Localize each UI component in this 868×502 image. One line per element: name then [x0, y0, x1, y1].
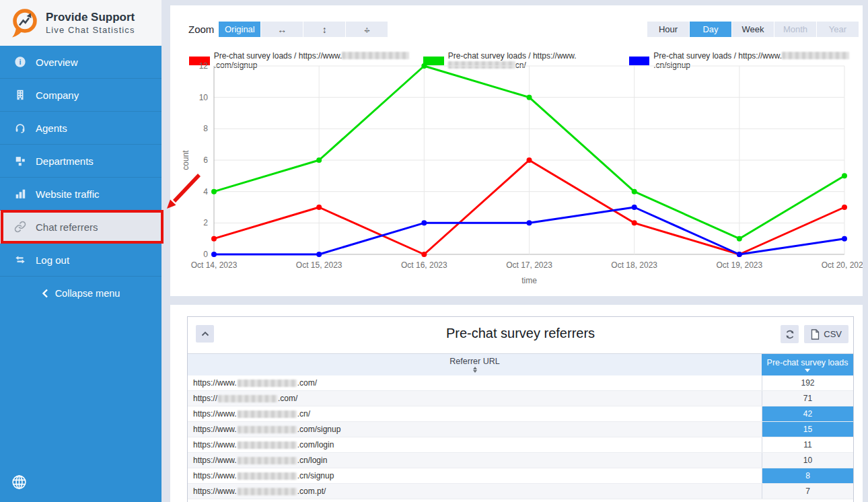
svg-text:Oct 18, 2023: Oct 18, 2023: [611, 260, 657, 270]
logo-subtitle: Live Chat Statistics: [46, 25, 135, 35]
table-row: https://www..com/192: [188, 375, 853, 391]
main-content: Zoom Original↔↕↔↕ HourDayWeekMonthYear P…: [161, 0, 868, 502]
redacted-text: [238, 426, 297, 433]
sidebar-item-label: Company: [36, 89, 79, 101]
table-header-row: Referrer URL Pre-chat survey loads: [188, 353, 853, 375]
sidebar-item-website-traffic[interactable]: Website traffic: [0, 178, 161, 211]
table-row: https://.com/71: [188, 391, 853, 406]
column-header-referrer-url[interactable]: Referrer URL: [188, 354, 762, 375]
svg-text:Oct 20, 2023: Oct 20, 2023: [822, 260, 863, 270]
sort-icon: [473, 367, 477, 373]
logout-icon: [13, 253, 27, 266]
line-chart[interactable]: 024681012Oct 14, 2023Oct 15, 2023Oct 16,…: [170, 5, 863, 296]
svg-text:Oct 14, 2023: Oct 14, 2023: [191, 260, 238, 270]
csv-label: CSV: [824, 329, 842, 339]
svg-text:i: i: [20, 58, 22, 66]
sidebar-item-label: Overview: [36, 57, 78, 68]
svg-text:10: 10: [199, 93, 209, 102]
chart-panel: Zoom Original↔↕↔↕ HourDayWeekMonthYear P…: [170, 5, 863, 296]
app-root: Provide Support Live Chat Statistics iOv…: [0, 0, 868, 502]
referrer-url-cell: https://www..com/signup: [188, 422, 762, 437]
sort-desc-icon: [805, 369, 810, 372]
sidebar-item-label: Website traffic: [36, 188, 99, 200]
redacted-text: [238, 380, 297, 387]
link-icon: [13, 220, 27, 234]
collapse-menu-label: Collapse menu: [55, 288, 120, 299]
table-row: https://www..cn/signup8: [188, 468, 853, 484]
table-row: https://www..com/login11: [188, 437, 853, 453]
svg-text:4: 4: [203, 187, 208, 196]
redacted-text: [238, 410, 297, 418]
table-title: Pre-chat survey referrers: [188, 326, 853, 341]
logo-text: Provide Support Live Chat Statistics: [46, 11, 135, 35]
referrers-card: Pre-chat survey referrers: [187, 316, 854, 502]
referrer-url-cell: https://www..com/login: [188, 437, 762, 452]
sidebar-item-label: Log out: [36, 254, 69, 266]
sidebar-item-company[interactable]: Company: [0, 79, 161, 112]
survey-loads-cell: 15: [762, 422, 853, 437]
survey-loads-header-label: Pre-chat survey loads: [767, 358, 848, 367]
column-header-survey-loads[interactable]: Pre-chat survey loads: [762, 354, 853, 375]
logo-title: Provide Support: [46, 11, 135, 24]
sidebar-item-log-out[interactable]: Log out: [0, 244, 161, 277]
bar-chart-icon: [13, 187, 27, 201]
svg-text:12: 12: [199, 61, 209, 71]
table-row: https://www..cn/42: [188, 406, 853, 422]
csv-export-button[interactable]: CSV: [804, 325, 848, 343]
svg-text:8: 8: [203, 124, 208, 133]
sidebar-item-label: Departments: [36, 155, 94, 167]
svg-text:Oct 17, 2023: Oct 17, 2023: [506, 260, 552, 270]
svg-text:2: 2: [203, 218, 208, 227]
language-button[interactable]: [10, 474, 28, 491]
card-actions: CSV: [781, 325, 848, 343]
redacted-text: [218, 395, 277, 402]
redacted-text: [238, 472, 297, 480]
sidebar-item-chat-referrers[interactable]: Chat referrers: [0, 211, 161, 244]
chevron-left-icon: [42, 289, 48, 298]
refresh-button[interactable]: [781, 325, 799, 343]
sidebar-item-departments[interactable]: Departments: [0, 145, 161, 178]
table-panel: Pre-chat survey referrers: [170, 305, 863, 502]
survey-loads-cell: 8: [762, 468, 853, 483]
sidebar-item-label: Chat referrers: [36, 221, 98, 233]
svg-text:Oct 16, 2023: Oct 16, 2023: [401, 260, 447, 270]
info-icon: i: [13, 55, 27, 69]
svg-text:6: 6: [203, 155, 208, 165]
sidebar-item-overview[interactable]: iOverview: [0, 46, 161, 79]
referrer-url-cell: https://.com/: [188, 391, 762, 406]
svg-text:time: time: [521, 276, 537, 285]
globe-icon: [11, 474, 28, 491]
file-icon: [811, 329, 820, 340]
table-row: https://www..com.pt/7: [188, 484, 853, 499]
survey-loads-cell: 42: [762, 406, 853, 421]
survey-loads-cell: 10: [762, 453, 853, 468]
departments-icon: [13, 154, 27, 168]
svg-text:count: count: [181, 150, 190, 170]
survey-loads-cell: 71: [762, 391, 853, 406]
referrer-url-header-label: Referrer URL: [449, 357, 499, 366]
referrer-url-cell: https://www..cn/signup: [188, 468, 762, 483]
redacted-text: [238, 441, 297, 449]
headset-icon: [13, 121, 27, 135]
refresh-icon: [785, 329, 795, 340]
svg-text:0: 0: [203, 250, 208, 259]
provide-support-logo-icon: [9, 7, 40, 39]
svg-text:Oct 19, 2023: Oct 19, 2023: [716, 260, 762, 270]
table-body: https://www..com/192https://.com/71https…: [188, 375, 853, 499]
table-row: https://www..com/signup15: [188, 422, 853, 437]
survey-loads-cell: 7: [762, 484, 853, 499]
sidebar-nav: iOverviewCompanyAgentsDepartmentsWebsite…: [0, 46, 161, 277]
sidebar-item-label: Agents: [36, 122, 67, 134]
referrer-url-cell: https://www..com.pt/: [188, 484, 762, 499]
table-row: https://www..cn/login10: [188, 453, 853, 468]
logo[interactable]: Provide Support Live Chat Statistics: [0, 0, 161, 46]
sidebar-item-agents[interactable]: Agents: [0, 112, 161, 145]
referrer-url-cell: https://www..cn/login: [188, 453, 762, 468]
building-icon: [13, 88, 27, 102]
svg-text:Oct 15, 2023: Oct 15, 2023: [296, 260, 342, 270]
survey-loads-cell: 192: [762, 375, 853, 390]
redacted-text: [238, 457, 297, 464]
survey-loads-cell: 11: [762, 437, 853, 452]
collapse-menu-button[interactable]: Collapse menu: [0, 277, 161, 310]
redacted-text: [238, 488, 297, 495]
